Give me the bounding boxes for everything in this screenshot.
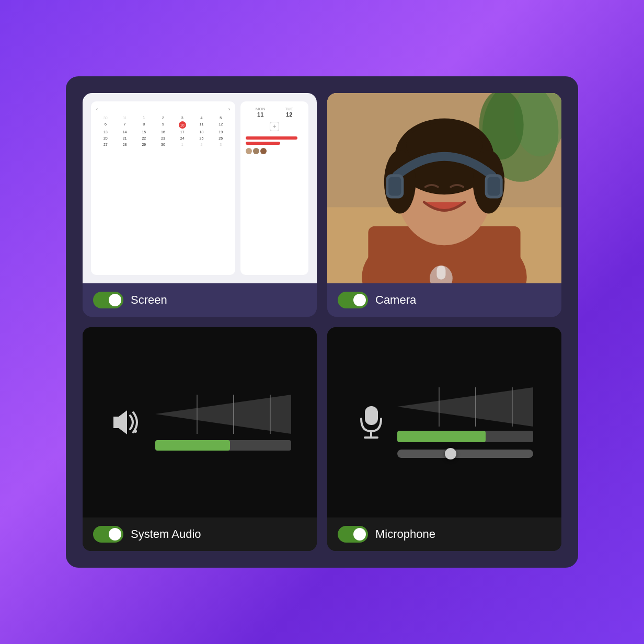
cal-cell: 26 [211,135,230,141]
cal-cell: 20 [96,135,115,141]
cal-cell: 18 [192,129,211,135]
main-panel: ‹ › 30 31 1 2 3 4 5 6 7 8 9 10 11 [66,76,578,568]
cal-cell: 22 [134,135,153,141]
calendar-nav: ‹ › [96,107,230,112]
cal-cell: 5 [211,115,230,121]
cal-cell: 3 [211,142,230,147]
cal-cell: 17 [173,129,192,135]
cal-cell: 30 [96,115,115,121]
cal-cell: 24 [173,135,192,141]
cal-cell: 11 [192,121,211,129]
mic-level-track [397,431,533,442]
cal-cell: 2 [154,115,172,121]
svg-rect-16 [488,177,500,196]
cal-cell: 16 [154,129,172,135]
avatar [253,148,259,154]
waveform-svg [155,395,291,434]
cal-cell: 1 [134,115,153,121]
person-illustration [327,93,561,283]
schedule-bar [246,142,280,145]
mic-volume-slider[interactable] [397,450,533,458]
screen-card: ‹ › 30 31 1 2 3 4 5 6 7 8 9 10 11 [83,93,317,317]
schedule-mini: MON 11 TUE 12 + [240,101,308,275]
schedule-day-tue: TUE 12 [285,107,293,118]
audio-label: System Audio [131,527,201,541]
cal-cell: 15 [134,129,153,135]
audio-visualizer [155,395,291,451]
cal-prev-icon[interactable]: ‹ [96,107,98,112]
cal-cell: 13 [96,129,115,135]
calendar-mini: ‹ › 30 31 1 2 3 4 5 6 7 8 9 10 11 [91,101,235,275]
mic-preview [327,327,561,518]
mic-footer: Microphone [327,518,561,551]
svg-point-20 [134,430,137,433]
audio-level-fill [155,440,230,451]
camera-footer: Camera [327,283,561,317]
cal-cell: 28 [116,142,134,147]
camera-card: Camera [327,93,561,317]
speaker-icon [108,404,145,441]
mic-icon-container [355,407,387,438]
system-audio-card: System Audio [83,327,317,551]
schedule-bar [246,136,297,140]
cal-cell: 14 [116,129,134,135]
day-name: TUE [285,107,293,111]
mic-toggle[interactable] [338,526,368,543]
cal-cell: 6 [96,121,115,129]
mic-waveform-svg [397,387,533,427]
svg-rect-15 [388,177,401,196]
audio-toggle[interactable] [93,526,123,543]
day-number: 11 [256,111,266,118]
cal-cell: 2 [192,142,211,147]
cal-cell: 8 [134,121,153,129]
cal-cell: 21 [116,135,134,141]
cal-cell: 31 [116,115,134,121]
mic-label: Microphone [375,527,435,541]
cal-cell: 30 [154,142,172,147]
audio-preview [83,327,317,518]
screen-label: Screen [131,293,167,307]
cal-cell: 19 [211,129,230,135]
microphone-card: Microphone [327,327,561,551]
camera-toggle[interactable] [338,292,368,308]
screen-preview: ‹ › 30 31 1 2 3 4 5 6 7 8 9 10 11 [83,93,317,283]
cal-cell: 7 [116,121,134,129]
cal-today: 10 [179,121,186,129]
cal-cell: 29 [134,142,153,147]
audio-level-track [155,440,291,451]
mic-level-fill [397,431,486,442]
cal-cell: 1 [173,142,192,147]
mic-slider-thumb[interactable] [445,448,456,459]
schedule-day-mon: MON 11 [256,107,266,118]
svg-marker-19 [113,410,127,434]
screen-footer: Screen [83,283,317,317]
cal-next-icon[interactable]: › [228,107,230,112]
camera-preview [327,93,561,283]
svg-rect-25 [365,406,378,425]
schedule-days: MON 11 TUE 12 [246,107,303,118]
calendar-grid: 30 31 1 2 3 4 5 6 7 8 9 10 11 12 13 14 1 [96,115,230,147]
camera-label: Camera [375,293,416,307]
cal-cell: 4 [192,115,211,121]
day-number: 12 [285,111,293,118]
mic-waveform [397,387,533,427]
cal-cell: 25 [192,135,211,141]
cal-cell: 3 [173,115,192,121]
waveform-shape [155,395,291,434]
add-event-button[interactable]: + [270,122,279,131]
cal-cell: 27 [96,142,115,147]
cal-cell: 23 [154,135,172,141]
mic-visualizer [397,387,533,458]
avatar [246,148,252,154]
microphone-icon [357,404,386,441]
audio-footer: System Audio [83,518,317,551]
camera-feed [327,93,561,283]
day-name: MON [256,107,266,111]
screen-toggle[interactable] [93,292,123,308]
attendee-avatars [246,148,303,154]
svg-rect-18 [436,266,445,280]
cal-cell: 9 [154,121,172,129]
avatar [260,148,267,154]
cal-cell: 12 [211,121,230,129]
